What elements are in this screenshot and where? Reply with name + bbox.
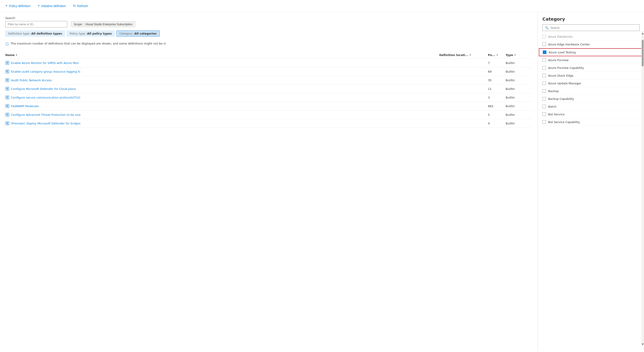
table-row: Enable Azure Monitor for VMSS with Azure… bbox=[5, 59, 532, 67]
category-item[interactable]: Bot Service bbox=[538, 110, 644, 118]
category-item-label: Batch bbox=[548, 105, 556, 108]
refresh-label: Refresh bbox=[77, 4, 88, 8]
checkbox[interactable] bbox=[542, 58, 546, 62]
main-area: Search Scope : Visual Studio Enterprise … bbox=[0, 12, 644, 351]
row-link[interactable]: Configure Advanced Threat Protection to … bbox=[11, 113, 80, 116]
category-search-box[interactable]: 🔍 bbox=[542, 24, 640, 31]
category-item-label: Azure Update Manager bbox=[548, 82, 581, 85]
row-link[interactable]: Configure Microsoft Defender for Cloud p… bbox=[11, 87, 76, 90]
category-list-wrapper: Azure DatabricksAzure Edge Hardware Cent… bbox=[538, 31, 644, 346]
category-item-label: Azure Purview bbox=[548, 58, 568, 62]
category-item[interactable]: Azure Purview bbox=[538, 56, 644, 64]
col-definition-location[interactable]: Definition locati... ↕ bbox=[439, 53, 488, 57]
svg-rect-16 bbox=[6, 105, 8, 106]
checkbox[interactable] bbox=[542, 112, 546, 116]
table-row: Configure Advanced Threat Protection to … bbox=[5, 110, 532, 119]
svg-rect-5 bbox=[6, 72, 8, 72]
category-item[interactable]: Azure Update Manager bbox=[538, 80, 644, 87]
category-item-label: Backup bbox=[548, 90, 559, 93]
category-search-input[interactable] bbox=[550, 26, 637, 30]
row-link[interactable]: Configure secure communication protocols… bbox=[11, 96, 80, 99]
svg-rect-22 bbox=[6, 122, 8, 123]
policy-type-value: All policy types bbox=[87, 32, 112, 35]
col-name[interactable]: Name ↕ bbox=[5, 53, 439, 57]
checkbox[interactable] bbox=[542, 42, 546, 46]
row-link[interactable]: Enable Azure Monitor for VMSS with Azure… bbox=[11, 61, 79, 65]
category-item[interactable]: Batch bbox=[538, 103, 644, 110]
scroll-thumb[interactable] bbox=[642, 40, 644, 66]
refresh-button[interactable]: ↻ Refresh bbox=[73, 4, 88, 8]
row-type: BuiltIn bbox=[506, 78, 532, 82]
policy-type-filter[interactable]: Policy type : All policy types bbox=[67, 30, 115, 36]
row-link[interactable]: Audit Public Network Access bbox=[11, 78, 52, 82]
category-item[interactable]: Backup bbox=[538, 87, 644, 95]
checkbox[interactable] bbox=[542, 97, 546, 100]
definition-type-filter[interactable]: Definition type : All definition types bbox=[5, 30, 65, 36]
info-bar: ⓘ The maximum number of definitions that… bbox=[5, 40, 532, 49]
row-type: BuiltIn bbox=[506, 87, 532, 90]
category-item[interactable]: Bot Service Capability bbox=[538, 118, 644, 126]
toolbar: + Policy definition + Initiative definit… bbox=[0, 0, 644, 12]
table-rows: Enable Azure Monitor for VMSS with Azure… bbox=[5, 59, 532, 128]
col-type[interactable]: Type ↕ bbox=[506, 53, 532, 57]
category-item[interactable]: Azure Edge Hardware Center bbox=[538, 40, 644, 48]
definition-type-value: All definition types bbox=[32, 32, 62, 35]
initiative-definition-label: Initiative definition bbox=[41, 4, 66, 8]
sort-icon-type: ↕ bbox=[514, 54, 516, 56]
search-label: Search bbox=[5, 16, 532, 20]
category-item[interactable]: Azure Stack Edge bbox=[538, 72, 644, 80]
definition-type-key: Definition type bbox=[8, 32, 30, 35]
svg-rect-19 bbox=[6, 114, 8, 114]
category-list: Azure DatabricksAzure Edge Hardware Cent… bbox=[538, 33, 644, 126]
policy-icon bbox=[5, 113, 9, 117]
table-header: Name ↕ Definition locati... ↕ Po... ↕ Ty… bbox=[5, 52, 532, 59]
scroll-up-arrow[interactable]: ▲ bbox=[641, 31, 644, 36]
plus-icon: + bbox=[5, 4, 8, 8]
category-value: All categories bbox=[134, 32, 157, 35]
left-panel: Search Scope : Visual Studio Enterprise … bbox=[0, 12, 538, 351]
category-filter[interactable]: Category : All categories bbox=[116, 30, 160, 36]
policy-icon bbox=[5, 78, 9, 82]
row-link[interactable]: Enable audit category group resource log… bbox=[11, 70, 80, 73]
checkbox[interactable] bbox=[542, 120, 546, 124]
category-item-label: Azure Databricks bbox=[548, 35, 573, 38]
row-policies: 4 bbox=[488, 122, 506, 125]
table-row: [Preview]: Deploy Microsoft Defender for… bbox=[5, 119, 532, 128]
category-item[interactable]: Azure Purview Capability bbox=[538, 64, 644, 72]
row-policies: 35 bbox=[488, 78, 506, 82]
row-link[interactable]: [Preview]: Deploy Microsoft Defender for… bbox=[11, 122, 80, 125]
row-name-cell: Enable Azure Monitor for VMSS with Azure… bbox=[5, 61, 439, 65]
checkbox[interactable] bbox=[542, 105, 546, 108]
initiative-definition-button[interactable]: + Initiative definition bbox=[38, 4, 66, 8]
checkbox[interactable] bbox=[542, 66, 546, 70]
table: Name ↕ Definition locati... ↕ Po... ↕ Ty… bbox=[5, 52, 532, 128]
info-icon: ⓘ bbox=[5, 42, 9, 47]
scrollbar[interactable]: ▲ ▼ bbox=[641, 31, 644, 346]
svg-rect-7 bbox=[6, 79, 8, 80]
category-item-label: Azure Edge Hardware Center bbox=[548, 43, 590, 46]
policy-definition-button[interactable]: + Policy definition bbox=[5, 4, 30, 8]
policy-icon bbox=[5, 96, 9, 100]
scope-button[interactable]: Scope : Visual Studio Enterprise Subscri… bbox=[71, 21, 135, 27]
row-policies: 69 bbox=[488, 70, 506, 73]
checkbox[interactable] bbox=[542, 82, 546, 85]
table-row: Audit Public Network Access 35 BuiltIn bbox=[5, 76, 532, 84]
checkbox[interactable] bbox=[542, 74, 546, 77]
svg-rect-14 bbox=[6, 98, 8, 98]
row-type: BuiltIn bbox=[506, 70, 532, 73]
refresh-icon: ↻ bbox=[73, 4, 76, 8]
category-item[interactable]: Azure Databricks bbox=[538, 33, 644, 40]
search-input[interactable] bbox=[5, 21, 67, 28]
checkbox[interactable] bbox=[542, 89, 546, 93]
scroll-down-arrow[interactable]: ▼ bbox=[641, 342, 644, 346]
category-item[interactable]: Backup Capability bbox=[538, 95, 644, 103]
row-link[interactable]: FedRAMP Moderate bbox=[11, 104, 39, 108]
scope-key: Scope : bbox=[74, 22, 84, 26]
row-policies: 3 bbox=[488, 96, 506, 99]
checkbox[interactable] bbox=[543, 50, 546, 54]
svg-rect-2 bbox=[6, 63, 8, 63]
category-item[interactable]: Azure Load Testing bbox=[539, 48, 643, 56]
col-policies[interactable]: Po... ↕ bbox=[488, 53, 506, 57]
row-name-cell: Audit Public Network Access bbox=[5, 78, 439, 82]
checkbox[interactable] bbox=[542, 35, 546, 38]
